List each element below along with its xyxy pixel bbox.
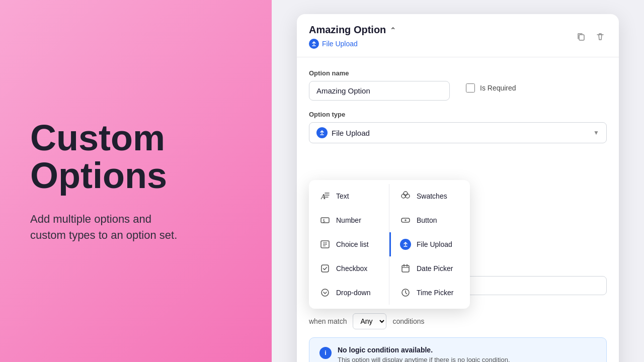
conditions-prefix: when match (309, 317, 347, 325)
date-icon (399, 262, 412, 275)
button-label: Button (417, 216, 437, 224)
subtext: Add multiple options and custom types to… (30, 211, 242, 243)
dropdown-icon (319, 287, 331, 299)
svg-rect-11 (321, 265, 329, 272)
upload-active-icon (399, 238, 412, 250)
is-required-checkbox[interactable] (466, 83, 475, 93)
copy-icon (577, 32, 586, 41)
logic-info-icon: i (319, 347, 332, 359)
logic-info-box: i No logic condition available. This opt… (309, 337, 607, 362)
dropdown-item-swatches[interactable]: Swatches (389, 184, 470, 208)
is-required-label: Is Required (480, 84, 516, 92)
svg-rect-19 (402, 265, 409, 272)
dropdown-item-button[interactable]: Button (389, 208, 470, 232)
option-type-menu: A Text $ (309, 180, 470, 309)
right-panel: Amazing Option ⌃ File Upload (272, 0, 644, 362)
logic-box-title: No logic condition available. (338, 346, 510, 354)
card-title: Amazing Option ⌃ (309, 24, 396, 36)
svg-text:$: $ (323, 218, 325, 223)
dropdown-item-date-picker[interactable]: Date Picker (389, 256, 470, 281)
option-type-dropdown[interactable]: File Upload ▼ (309, 122, 607, 143)
trash-icon (596, 32, 605, 41)
swatches-icon (399, 190, 412, 202)
card-header: Amazing Option ⌃ File Upload (297, 14, 619, 57)
dropdown-item-choice-list[interactable]: Choice list (309, 232, 389, 256)
swatches-label: Swatches (417, 192, 447, 200)
file-upload-label: File Upload (417, 240, 452, 248)
caret-up-icon: ⌃ (390, 26, 396, 34)
dropdown-item-file-upload[interactable]: File Upload (389, 232, 470, 256)
number-label: Number (336, 216, 361, 224)
logic-box-description: This option will display anytime if ther… (338, 356, 510, 362)
number-icon: $ (319, 214, 331, 226)
choice-list-label: Choice list (336, 240, 369, 248)
file-upload-badge: File Upload (309, 39, 396, 49)
conditions-select[interactable]: Any All (353, 313, 386, 329)
headline: Custom Options (30, 119, 242, 195)
option-name-group: Option name (309, 69, 450, 101)
option-type-label: Option type (309, 111, 607, 118)
conditions-suffix: conditions (392, 317, 424, 325)
button-icon (399, 214, 412, 226)
dropdown-item-dropdown[interactable]: Drop-down (309, 281, 389, 305)
time-icon (399, 287, 412, 299)
svg-point-12 (321, 289, 329, 296)
dropdown-label: Drop-down (336, 289, 370, 297)
upload-badge-icon (309, 39, 319, 49)
time-picker-label: Time Picker (417, 289, 453, 297)
list-icon (319, 238, 331, 250)
dropdown-caret-icon: ▼ (593, 129, 599, 136)
form-row-name: Option name Is Required (309, 69, 607, 101)
dropdown-item-time-picker[interactable]: Time Picker (389, 281, 470, 305)
left-panel: Custom Options Add multiple options and … (0, 0, 272, 362)
copy-button[interactable] (575, 30, 588, 43)
text-icon: A (319, 190, 331, 202)
checkbox-label: Checkbox (336, 264, 367, 273)
option-card: Amazing Option ⌃ File Upload (297, 14, 619, 362)
dropdown-col-right: Swatches Button (389, 184, 470, 305)
dropdown-item-text[interactable]: A Text (309, 184, 389, 208)
dropdown-item-number[interactable]: $ Number (309, 208, 389, 232)
dropdown-col-left: A Text $ (309, 184, 389, 305)
date-picker-label: Date Picker (417, 264, 453, 273)
card-header-left: Amazing Option ⌃ File Upload (309, 24, 396, 49)
delete-button[interactable] (594, 30, 607, 43)
card-header-actions (575, 30, 607, 43)
option-name-label: Option name (309, 69, 450, 77)
dropdown-item-checkbox[interactable]: Checkbox (309, 256, 389, 281)
checkbox-icon (319, 262, 331, 275)
option-name-input[interactable] (309, 81, 450, 101)
card-body: Option name Is Required Option type (297, 57, 619, 153)
logic-box-text: No logic condition available. This optio… (338, 346, 510, 362)
dropdown-trigger-left: File Upload (316, 127, 370, 138)
dropdown-grid: A Text $ (309, 184, 470, 305)
is-required-row: Is Required (466, 83, 516, 93)
option-type-group: Option type File Upload ▼ (309, 111, 607, 143)
text-label: Text (336, 192, 349, 200)
dropdown-upload-icon (316, 127, 328, 138)
conditions-row: when match Any All conditions (297, 305, 619, 337)
svg-rect-0 (579, 35, 584, 40)
